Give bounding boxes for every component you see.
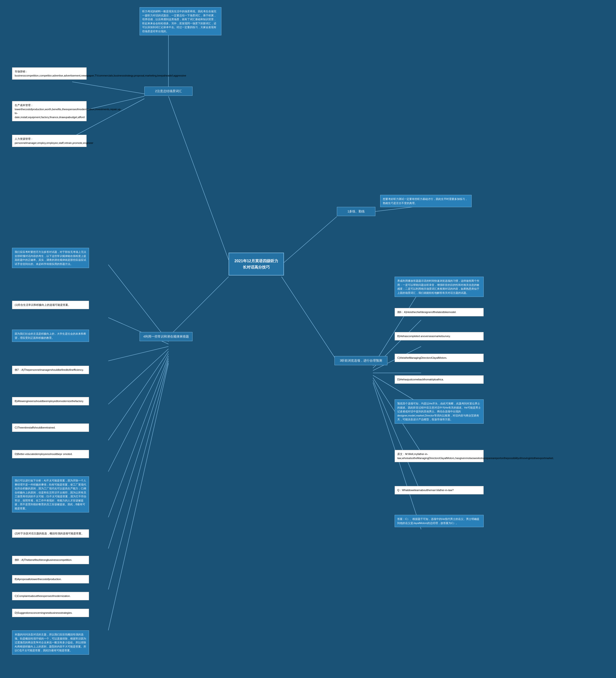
- svg-line-5: [72, 82, 144, 94]
- d-option-node: D)Hehasjustcomebackfromatriptoafrica.: [395, 375, 484, 384]
- hr-vocab-node: 人力资源管理：personnelmanager,employ,employee,…: [12, 135, 86, 147]
- example8-text: 例8：A)Thebenefitsofstrongbusinesscompetit…: [15, 558, 72, 561]
- svg-line-15: [373, 380, 421, 493]
- svg-line-22: [108, 354, 169, 472]
- branch-1-detail: 想要考好听力测试一定要有些听力基础才行，因此生平时需要多加练习，熟能生巧是亘古不…: [380, 195, 472, 207]
- b4-full-analysis-node: 我们可以进行如下分析：A)不太可能是答案，因为开除一个人事经理不是一件积极的事情…: [12, 476, 89, 513]
- example7-node: 例7：A)Thepersonnelmanagershouldbefiredito…: [12, 366, 89, 374]
- b3-detail-text: 预览四个选项可知，均是以He开头，由此可推断，此题考到对某位男士的描述。因此听音…: [397, 402, 481, 421]
- rule1-example-text: 因为我们社会的主流是积极向上的，大学生是社会的未来和希望，理应受到正面和积极的教…: [15, 332, 86, 339]
- connectors: [0, 0, 616, 678]
- rule1-node: (1)符合生活常识和积极向上的选项可能是答案。: [12, 301, 89, 309]
- production-vocab-text: 生产成本管理：lowerthecostofproduction,worth,be…: [15, 104, 121, 119]
- svg-line-25: [108, 361, 169, 590]
- branch-2-label: 2注意总结场景词汇: [155, 89, 182, 93]
- question-node: Q：Whatdowelearnabouttheman'sfather-in-la…: [395, 486, 484, 494]
- branch-2-note-text: 听力考试的材料一般是现实生活中的场景再现。因此考生在做完一篇听力对话的试题后，一…: [142, 10, 216, 33]
- svg-line-20: [108, 349, 169, 404]
- d-option2-text: D)Better-educatedemployeesshouldbepr omo…: [15, 453, 72, 455]
- svg-line-1: [169, 96, 228, 260]
- answer-detail-node: 答案：C）、根据题干可知，选项中的He指代男士的岳父。男士明确提到他的岳父是Ja…: [395, 515, 484, 527]
- c-option3-node: C)Complaintsabouttheexpenseofmodernizati…: [12, 592, 89, 600]
- svg-line-26: [108, 363, 169, 630]
- svg-line-0: [282, 217, 337, 265]
- c-option2-node: C)Theentirestaffshouldberetrained.: [12, 423, 89, 432]
- b-option-node: B)Hehascompleted anoverseasmarketsurvey.: [395, 332, 484, 340]
- b4-full-analysis-text: 我们可以进行如下分析：A)不太可能是答案，因为开除一个人事经理不是一件积极的事情…: [15, 479, 86, 510]
- b-option2-text: B)Afewengineersshouldbeemployedtomoderni…: [15, 400, 84, 403]
- example8-node: 例8：A)Thebenefitsofstrongbusinesscompetit…: [12, 556, 89, 564]
- market-vocab-text: 市场营销：businesscompetition,competitor,adve…: [15, 70, 186, 77]
- svg-line-23: [108, 356, 169, 517]
- svg-line-19: [108, 346, 169, 361]
- branch-3-detail-text: 养成利用播放答题题示语的时间快速浏览选项的习惯，这样做有两个作用：一是可以帮助问…: [397, 279, 479, 294]
- b4-analysis-node: 我们应应考时要想尽方法多答对试题，对于部份无考场上无法全部听懂对话内容的考生，以…: [12, 248, 89, 268]
- central-label: 2021年12月英语四级听力 长对话高分技巧: [234, 259, 278, 269]
- d-option2-node: D)Better-educatedemployeesshouldbepr omo…: [12, 450, 89, 458]
- central-node: 2021年12月英语四级听力 长对话高分技巧: [228, 253, 284, 275]
- svg-line-21: [108, 351, 169, 440]
- question-text: Q：Whatdowelearnabouttheman'sfather-in-la…: [397, 489, 454, 492]
- rule2-text: (2)对于涉及对话主题的批选，概括性强的选项可能是答案。: [15, 532, 84, 535]
- final-analysis-node: 本题的问问涉及对话的主题，所以我们应应找概括性强的选项。B)是概括性强不错的一个…: [12, 630, 89, 655]
- branch-1-detail-text: 想要考好听力测试一定要有些听力基础才行，因此生平时需要多加练习，熟能生巧是亘古不…: [383, 197, 468, 204]
- hr-vocab-text: 人力资源管理：personnelmanager,employ,employee,…: [15, 137, 94, 144]
- example7-text: 例7：A)Thepersonnelmanagershouldbefiredito…: [15, 368, 84, 371]
- final-analysis-text: 本题的问问涉及对话的主题，所以我们应应找概括性强的选项。B)是概括性强不错的一个…: [15, 633, 86, 652]
- c-option2-text: C)Theentirestaffshouldberetrained.: [15, 426, 56, 429]
- svg-line-3: [169, 277, 228, 337]
- example6-node: 例6：A)Heisthechiefdesignerofthelatestbike…: [395, 308, 484, 316]
- branch-3-label: 3听前浏览选项，进行合理预测: [340, 359, 382, 362]
- original-text-node: 原文：M:Well,myfather-in-law,whoisalsotheMa…: [395, 450, 484, 462]
- branch-3-node: 3听前浏览选项，进行合理预测: [334, 356, 388, 365]
- branch-4-node: 4利用一些常识和潜在规律来猜题: [140, 332, 192, 341]
- b4-analysis-text: 我们应应考时要想尽方法多答对试题，对于部份无考场上无法全部听懂对话内容的考生，以…: [15, 251, 86, 265]
- c-option-node: C)HeistheManagingDirectorofJayalMotors.: [395, 354, 484, 362]
- b-option2-node: B)Afewengineersshouldbeemployedtomoderni…: [12, 397, 89, 405]
- branch-2-note: 听力考试的材料一般是现实生活中的场景再现。因此考生在做完一篇听力对话的试题后，一…: [140, 7, 221, 35]
- svg-line-17: [108, 265, 169, 342]
- b-option3-node: B)Aproposaltolowerthecostofproduction.: [12, 575, 89, 583]
- c-option-text: C)HeistheManagingDirectorofJayalMotors.: [397, 356, 447, 359]
- production-vocab-node: 生产成本管理：lowerthecostofproduction,worth,be…: [12, 101, 86, 121]
- b-option3-text: B)Aproposaltolowerthecostofproduction.: [15, 578, 62, 580]
- rule1-example-node: 因为我们社会的主流是积极向上的，大学生是社会的未来和希望，理应受到正面和积极的教…: [12, 330, 89, 342]
- original-text-text: 原文：M:Well,myfather-in-law,whoisalsotheMa…: [397, 453, 554, 459]
- market-vocab-node: 市场营销：businesscompetition,competitor,adve…: [12, 67, 86, 80]
- branch-3-detail: 养成利用播放答题题示语的时间快速浏览选项的习惯，这样做有两个作用：一是可以帮助问…: [395, 277, 484, 297]
- d-option3-text: D)Suggestionsconcerningnewbusinessstrate…: [15, 611, 72, 614]
- svg-line-2: [282, 277, 337, 361]
- rule2-node: (2)对于涉及对话主题的批选，概括性强的选项可能是答案。: [12, 529, 89, 538]
- c-option3-text: C)Complaintsabouttheexpenseofmodernizati…: [15, 595, 71, 597]
- d-option3-node: D)Suggestionsconcerningnewbusinessstrate…: [12, 609, 89, 617]
- branch-1-node: 1多练、勤练: [337, 207, 375, 216]
- svg-line-24: [108, 359, 169, 549]
- d-option-text: D)Hehasjustcomebackfromatriptoafrica.: [397, 378, 444, 381]
- branch-2-node: 2注意总结场景词汇: [144, 87, 192, 96]
- mind-map-container: 2021年12月英语四级听力 长对话高分技巧 1多练、勤练 想要考好听力测试一定…: [0, 0, 616, 678]
- b-option-text: B)Hehascompleted anoverseasmarketsurvey.: [397, 335, 451, 338]
- b3-detail-node: 预览四个选项可知，均是以He开头，由此可推断，此题考到对某位男士的描述。因此听音…: [395, 400, 484, 424]
- answer-detail-text: 答案：C）、根据题干可知，选项中的He指代男士的岳父。男士明确提到他的岳父是Ja…: [397, 518, 479, 525]
- example6-text: 例6：A)Heisthechiefdesignerofthelatestbike…: [397, 311, 457, 313]
- branch-1-label: 1多练、勤练: [348, 210, 365, 213]
- branch-4-label: 4利用一些常识和潜在规律来猜题: [143, 335, 189, 338]
- rule1-text: (1)符合生活常识和积极向上的选项可能是答案。: [15, 303, 71, 306]
